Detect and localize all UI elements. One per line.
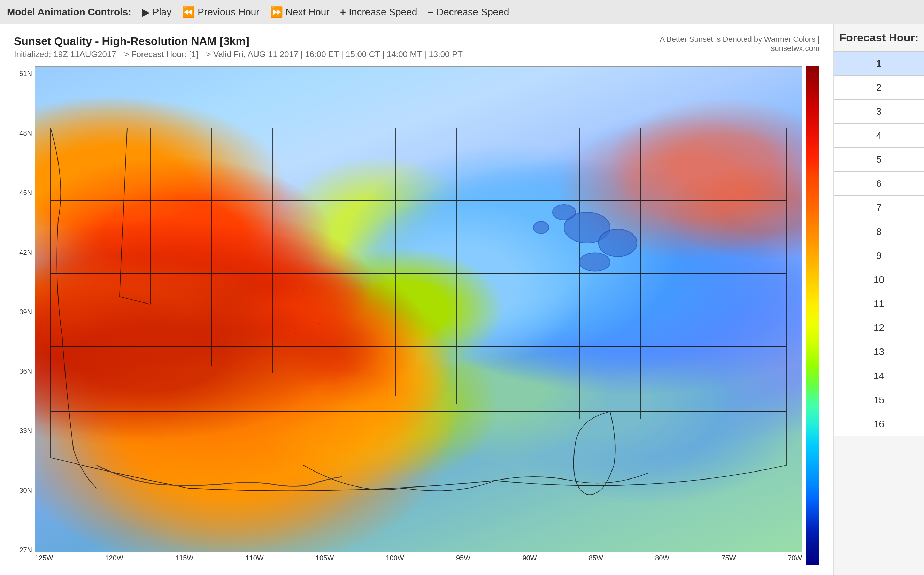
color-gradient [805,66,819,565]
svg-point-20 [553,205,575,220]
next-hour-label: Next Hour [286,6,330,18]
x-label-105w: 105W [315,554,334,565]
forecast-hour-item-1[interactable]: 1 [834,51,924,76]
svg-point-21 [533,221,549,233]
svg-point-18 [599,229,637,256]
play-button[interactable]: ▶ Play [142,6,171,18]
forecast-hour-item-7[interactable]: 7 [834,196,924,220]
map-and-x: 125W 120W 115W 110W 105W 100W 95W 90W 85… [35,66,802,565]
y-label-45n: 45N [19,189,32,197]
increase-speed-label: Increase Speed [349,6,417,18]
forecast-hour-item-12[interactable]: 12 [834,316,924,340]
svg-line-1 [119,128,127,297]
x-label-100w: 100W [386,554,404,565]
y-label-39n: 39N [19,308,32,316]
map-borders [35,67,802,527]
x-label-95w: 95W [456,554,471,565]
prev-hour-icon: ⏪ [182,6,195,18]
forecast-hour-item-10[interactable]: 10 [834,268,924,292]
map-subtitle: Initialized: 19Z 11AUG2017 --> Forecast … [14,49,463,59]
forecast-hour-item-2[interactable]: 2 [834,76,924,100]
forecast-hours-list: 12345678910111213141516 [834,51,924,436]
x-label-90w: 90W [522,554,537,565]
y-label-48n: 48N [19,129,32,137]
right-panel: Forecast Hour: 12345678910111213141516 [834,24,924,575]
x-label-85w: 85W [589,554,603,565]
toolbar: Model Animation Controls: ▶ Play ⏪ Previ… [0,0,924,24]
forecast-hour-title: Forecast Hour: [839,31,919,44]
play-icon: ▶ [142,6,150,18]
decrease-speed-icon: − [428,6,434,18]
forecast-hour-item-9[interactable]: 9 [834,244,924,268]
y-label-51n: 51N [19,70,32,78]
next-hour-icon: ⏩ [270,6,283,18]
y-label-27n: 27N [19,546,32,554]
svg-point-19 [579,253,610,272]
forecast-hour-item-11[interactable]: 11 [834,292,924,316]
x-label-120w: 120W [105,554,123,565]
y-label-42n: 42N [19,248,32,256]
decrease-speed-label: Decrease Speed [437,6,509,18]
y-label-36n: 36N [19,367,32,375]
x-label-115w: 115W [175,554,193,565]
map-tagline: A Better Sunset is Denoted by Warmer Col… [645,35,819,53]
next-hour-button[interactable]: ⏩ Next Hour [270,6,330,18]
y-label-30n: 30N [19,486,32,494]
map-area: Sunset Quality - High-Resolution NAM [3k… [0,24,834,575]
forecast-hour-item-8[interactable]: 8 [834,220,924,244]
toolbar-label: Model Animation Controls: [7,6,132,18]
forecast-hour-item-13[interactable]: 13 [834,340,924,364]
y-axis: 51N 48N 45N 42N 39N 36N 33N 30N 27N [14,66,35,565]
forecast-hour-item-15[interactable]: 15 [834,388,924,412]
forecast-hour-item-3[interactable]: 3 [834,100,924,124]
map-title: Sunset Quality - High-Resolution NAM [3k… [14,35,463,48]
increase-speed-icon: + [340,6,346,18]
play-label: Play [153,6,171,18]
x-label-75w: 75W [721,554,736,565]
x-label-80w: 80W [655,554,669,565]
svg-line-2 [119,297,150,304]
decrease-speed-button[interactable]: − Decrease Speed [428,6,509,18]
forecast-hour-item-5[interactable]: 5 [834,148,924,172]
y-label-33n: 33N [19,427,32,435]
forecast-hour-item-14[interactable]: 14 [834,364,924,388]
forecast-hour-item-16[interactable]: 16 [834,412,924,436]
forecast-hour-item-4[interactable]: 4 [834,124,924,148]
prev-hour-label: Previous Hour [198,6,259,18]
forecast-hour-item-6[interactable]: 6 [834,172,924,196]
map-title-area: Sunset Quality - High-Resolution NAM [3k… [14,35,819,59]
x-label-110w: 110W [246,554,264,565]
x-axis: 125W 120W 115W 110W 105W 100W 95W 90W 85… [35,552,802,565]
main-content: Sunset Quality - High-Resolution NAM [3k… [0,24,924,575]
x-label-125w: 125W [35,554,53,565]
x-label-70w: 70W [788,554,802,565]
color-scale-bar [805,66,819,565]
increase-speed-button[interactable]: + Increase Speed [340,6,417,18]
weather-map [35,66,802,552]
prev-hour-button[interactable]: ⏪ Previous Hour [182,6,259,18]
